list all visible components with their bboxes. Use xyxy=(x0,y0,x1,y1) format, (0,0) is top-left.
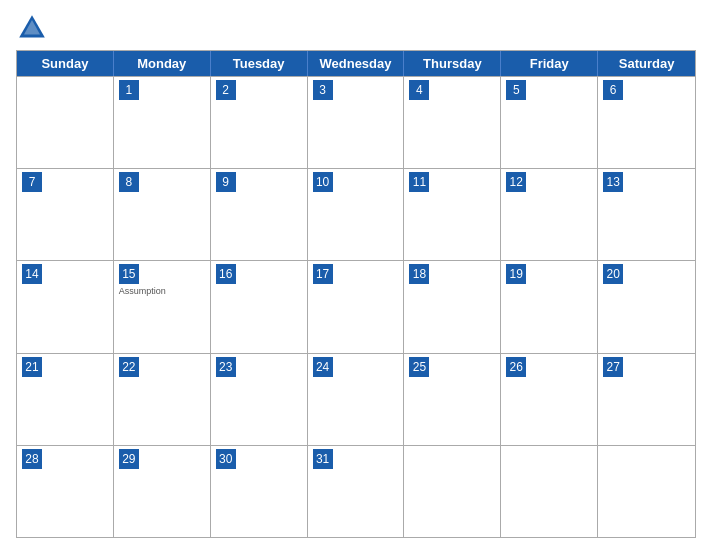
calendar-cell: 9 xyxy=(211,169,308,260)
col-tuesday: Tuesday xyxy=(211,51,308,76)
holiday-label: Assumption xyxy=(119,286,205,296)
calendar-week-4: 28293031 xyxy=(17,445,695,537)
date-number: 15 xyxy=(119,264,139,284)
calendar-cell: 6 xyxy=(598,77,695,168)
date-number: 28 xyxy=(22,449,42,469)
calendar-cell: 1 xyxy=(114,77,211,168)
calendar-cell: 7 xyxy=(17,169,114,260)
calendar-cell: 13 xyxy=(598,169,695,260)
calendar-grid: Sunday Monday Tuesday Wednesday Thursday… xyxy=(16,50,696,538)
col-wednesday: Wednesday xyxy=(308,51,405,76)
date-number: 29 xyxy=(119,449,139,469)
calendar-cell: 22 xyxy=(114,354,211,445)
date-number: 7 xyxy=(22,172,42,192)
calendar-cell: 11 xyxy=(404,169,501,260)
calendar-cell: 3 xyxy=(308,77,405,168)
date-number: 14 xyxy=(22,264,42,284)
date-number: 8 xyxy=(119,172,139,192)
date-number: 18 xyxy=(409,264,429,284)
calendar-cell: 19 xyxy=(501,261,598,352)
col-sunday: Sunday xyxy=(17,51,114,76)
date-number: 27 xyxy=(603,357,623,377)
calendar-cell: 10 xyxy=(308,169,405,260)
calendar-cell: 17 xyxy=(308,261,405,352)
calendar-cell: 28 xyxy=(17,446,114,537)
calendar-cell: 26 xyxy=(501,354,598,445)
date-number: 13 xyxy=(603,172,623,192)
calendar-page: Sunday Monday Tuesday Wednesday Thursday… xyxy=(0,0,712,550)
calendar-cell: 15Assumption xyxy=(114,261,211,352)
calendar-cell: 23 xyxy=(211,354,308,445)
date-number: 4 xyxy=(409,80,429,100)
calendar-cell: 16 xyxy=(211,261,308,352)
calendar-cell: 18 xyxy=(404,261,501,352)
date-number: 24 xyxy=(313,357,333,377)
calendar-header: Sunday Monday Tuesday Wednesday Thursday… xyxy=(17,51,695,76)
calendar-week-3: 21222324252627 xyxy=(17,353,695,445)
calendar-week-2: 1415Assumption1617181920 xyxy=(17,260,695,352)
date-number: 20 xyxy=(603,264,623,284)
date-number: 12 xyxy=(506,172,526,192)
calendar-cell: 20 xyxy=(598,261,695,352)
date-number: 30 xyxy=(216,449,236,469)
date-number: 26 xyxy=(506,357,526,377)
date-number: 9 xyxy=(216,172,236,192)
calendar-cell: 27 xyxy=(598,354,695,445)
calendar-cell xyxy=(17,77,114,168)
calendar-cell: 24 xyxy=(308,354,405,445)
calendar-cell xyxy=(404,446,501,537)
page-header xyxy=(16,12,696,44)
date-number: 31 xyxy=(313,449,333,469)
calendar-cell: 12 xyxy=(501,169,598,260)
date-number: 6 xyxy=(603,80,623,100)
col-friday: Friday xyxy=(501,51,598,76)
date-number: 17 xyxy=(313,264,333,284)
calendar-cell: 31 xyxy=(308,446,405,537)
calendar-cell: 21 xyxy=(17,354,114,445)
col-monday: Monday xyxy=(114,51,211,76)
logo-icon xyxy=(16,12,48,44)
date-number: 3 xyxy=(313,80,333,100)
calendar-body: 123456789101112131415Assumption161718192… xyxy=(17,76,695,537)
calendar-cell: 2 xyxy=(211,77,308,168)
date-number: 21 xyxy=(22,357,42,377)
col-saturday: Saturday xyxy=(598,51,695,76)
calendar-cell: 29 xyxy=(114,446,211,537)
calendar-cell: 4 xyxy=(404,77,501,168)
date-number: 19 xyxy=(506,264,526,284)
calendar-cell xyxy=(598,446,695,537)
calendar-cell: 30 xyxy=(211,446,308,537)
calendar-week-1: 78910111213 xyxy=(17,168,695,260)
date-number: 5 xyxy=(506,80,526,100)
calendar-cell: 5 xyxy=(501,77,598,168)
logo xyxy=(16,12,52,44)
date-number: 2 xyxy=(216,80,236,100)
calendar-cell: 8 xyxy=(114,169,211,260)
calendar-cell: 25 xyxy=(404,354,501,445)
date-number: 22 xyxy=(119,357,139,377)
calendar-week-0: 123456 xyxy=(17,76,695,168)
date-number: 23 xyxy=(216,357,236,377)
date-number: 25 xyxy=(409,357,429,377)
calendar-cell xyxy=(501,446,598,537)
date-number: 11 xyxy=(409,172,429,192)
date-number: 10 xyxy=(313,172,333,192)
col-thursday: Thursday xyxy=(404,51,501,76)
date-number: 1 xyxy=(119,80,139,100)
date-number: 16 xyxy=(216,264,236,284)
calendar-cell: 14 xyxy=(17,261,114,352)
